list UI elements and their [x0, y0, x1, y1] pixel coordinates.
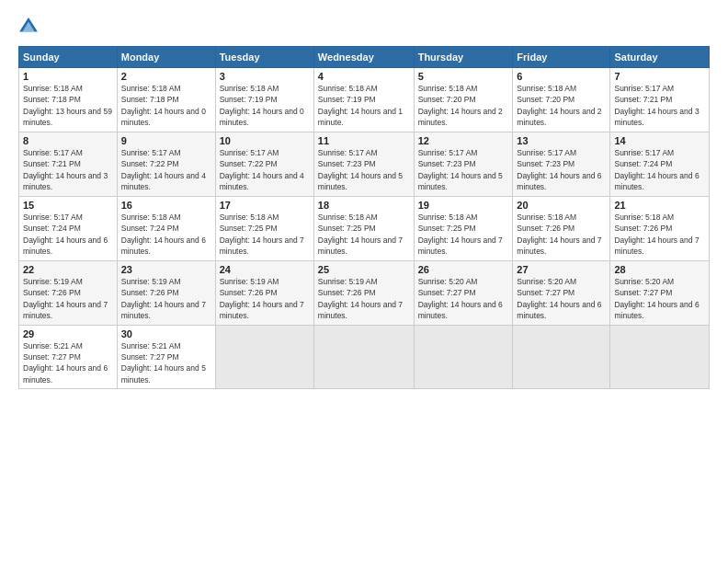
day-number: 11: [318, 135, 410, 146]
day-info: Sunrise: 5:17 AMSunset: 7:23 PMDaylight:…: [517, 148, 601, 191]
day-number: 2: [121, 71, 211, 82]
day-number: 18: [318, 200, 410, 211]
header-row: SundayMondayTuesdayWednesdayThursdayFrid…: [19, 47, 710, 68]
header-cell: Thursday: [414, 47, 513, 68]
calendar-cell: 19 Sunrise: 5:18 AMSunset: 7:25 PMDaylig…: [414, 196, 513, 260]
calendar-table: SundayMondayTuesdayWednesdayThursdayFrid…: [18, 46, 710, 389]
day-info: Sunrise: 5:17 AMSunset: 7:23 PMDaylight:…: [318, 148, 403, 191]
day-number: 25: [318, 264, 410, 275]
day-number: 16: [121, 200, 211, 211]
calendar-cell: 22 Sunrise: 5:19 AMSunset: 7:26 PMDaylig…: [19, 260, 118, 325]
day-number: 10: [220, 135, 310, 146]
day-number: 15: [23, 200, 113, 211]
day-info: Sunrise: 5:17 AMSunset: 7:21 PMDaylight:…: [614, 84, 699, 127]
day-info: Sunrise: 5:18 AMSunset: 7:25 PMDaylight:…: [418, 213, 503, 256]
calendar-cell: [215, 325, 313, 389]
page: SundayMondayTuesdayWednesdayThursdayFrid…: [0, 0, 728, 563]
calendar-cell: 9 Sunrise: 5:17 AMSunset: 7:22 PMDayligh…: [117, 132, 215, 196]
day-info: Sunrise: 5:18 AMSunset: 7:19 PMDaylight:…: [318, 84, 403, 127]
calendar-cell: 25 Sunrise: 5:19 AMSunset: 7:26 PMDaylig…: [313, 260, 414, 325]
day-number: 5: [418, 71, 509, 82]
day-number: 12: [418, 135, 509, 146]
calendar-week-row: 22 Sunrise: 5:19 AMSunset: 7:26 PMDaylig…: [19, 260, 710, 325]
day-info: Sunrise: 5:19 AMSunset: 7:26 PMDaylight:…: [220, 277, 304, 320]
day-info: Sunrise: 5:18 AMSunset: 7:26 PMDaylight:…: [517, 213, 601, 256]
day-info: Sunrise: 5:17 AMSunset: 7:24 PMDaylight:…: [614, 148, 699, 191]
day-number: 3: [220, 71, 310, 82]
header-cell: Wednesday: [313, 47, 414, 68]
calendar-cell: 2 Sunrise: 5:18 AMSunset: 7:18 PMDayligh…: [117, 68, 215, 132]
calendar-cell: 1 Sunrise: 5:18 AMSunset: 7:18 PMDayligh…: [19, 68, 118, 132]
day-number: 17: [220, 200, 310, 211]
calendar-cell: 16 Sunrise: 5:18 AMSunset: 7:24 PMDaylig…: [117, 196, 215, 260]
day-info: Sunrise: 5:18 AMSunset: 7:24 PMDaylight:…: [121, 213, 206, 256]
day-number: 28: [614, 264, 705, 275]
calendar-week-row: 29 Sunrise: 5:21 AMSunset: 7:27 PMDaylig…: [19, 325, 710, 389]
calendar-cell: 23 Sunrise: 5:19 AMSunset: 7:26 PMDaylig…: [117, 260, 215, 325]
calendar-cell: 24 Sunrise: 5:19 AMSunset: 7:26 PMDaylig…: [215, 260, 313, 325]
calendar-week-row: 15 Sunrise: 5:17 AMSunset: 7:24 PMDaylig…: [19, 196, 710, 260]
day-number: 1: [23, 71, 113, 82]
day-info: Sunrise: 5:19 AMSunset: 7:26 PMDaylight:…: [121, 277, 206, 320]
day-info: Sunrise: 5:17 AMSunset: 7:21 PMDaylight:…: [23, 148, 108, 191]
calendar-week-row: 1 Sunrise: 5:18 AMSunset: 7:18 PMDayligh…: [19, 68, 710, 132]
calendar-cell: 26 Sunrise: 5:20 AMSunset: 7:27 PMDaylig…: [414, 260, 513, 325]
calendar-cell: 3 Sunrise: 5:18 AMSunset: 7:19 PMDayligh…: [215, 68, 313, 132]
day-info: Sunrise: 5:18 AMSunset: 7:25 PMDaylight:…: [318, 213, 403, 256]
day-info: Sunrise: 5:20 AMSunset: 7:27 PMDaylight:…: [418, 277, 503, 320]
calendar-cell: 5 Sunrise: 5:18 AMSunset: 7:20 PMDayligh…: [414, 68, 513, 132]
calendar-cell: 21 Sunrise: 5:18 AMSunset: 7:26 PMDaylig…: [610, 196, 710, 260]
header-cell: Monday: [117, 47, 215, 68]
calendar-cell: 28 Sunrise: 5:20 AMSunset: 7:27 PMDaylig…: [610, 260, 710, 325]
calendar-week-row: 8 Sunrise: 5:17 AMSunset: 7:21 PMDayligh…: [19, 132, 710, 196]
logo-icon: [18, 17, 39, 37]
day-info: Sunrise: 5:18 AMSunset: 7:18 PMDaylight:…: [121, 84, 206, 127]
day-info: Sunrise: 5:18 AMSunset: 7:25 PMDaylight:…: [220, 213, 304, 256]
day-number: 20: [517, 200, 606, 211]
day-number: 8: [23, 135, 113, 146]
calendar-cell: 15 Sunrise: 5:17 AMSunset: 7:24 PMDaylig…: [19, 196, 118, 260]
day-info: Sunrise: 5:17 AMSunset: 7:22 PMDaylight:…: [220, 148, 304, 191]
calendar-cell: 30 Sunrise: 5:21 AMSunset: 7:27 PMDaylig…: [117, 325, 215, 389]
day-number: 29: [23, 328, 113, 339]
calendar-cell: 12 Sunrise: 5:17 AMSunset: 7:23 PMDaylig…: [414, 132, 513, 196]
day-number: 4: [318, 71, 410, 82]
header-cell: Sunday: [19, 47, 118, 68]
header-cell: Tuesday: [215, 47, 313, 68]
day-info: Sunrise: 5:17 AMSunset: 7:22 PMDaylight:…: [121, 148, 206, 191]
calendar-cell: 7 Sunrise: 5:17 AMSunset: 7:21 PMDayligh…: [610, 68, 710, 132]
calendar-cell: 27 Sunrise: 5:20 AMSunset: 7:27 PMDaylig…: [513, 260, 610, 325]
day-info: Sunrise: 5:18 AMSunset: 7:26 PMDaylight:…: [614, 213, 699, 256]
day-number: 9: [121, 135, 211, 146]
calendar-cell: 20 Sunrise: 5:18 AMSunset: 7:26 PMDaylig…: [513, 196, 610, 260]
calendar-cell: 8 Sunrise: 5:17 AMSunset: 7:21 PMDayligh…: [19, 132, 118, 196]
day-info: Sunrise: 5:17 AMSunset: 7:23 PMDaylight:…: [418, 148, 503, 191]
day-info: Sunrise: 5:20 AMSunset: 7:27 PMDaylight:…: [517, 277, 601, 320]
day-info: Sunrise: 5:19 AMSunset: 7:26 PMDaylight:…: [23, 277, 108, 320]
day-info: Sunrise: 5:17 AMSunset: 7:24 PMDaylight:…: [23, 213, 108, 256]
day-number: 22: [23, 264, 113, 275]
day-info: Sunrise: 5:18 AMSunset: 7:20 PMDaylight:…: [517, 84, 601, 127]
calendar-cell: 6 Sunrise: 5:18 AMSunset: 7:20 PMDayligh…: [513, 68, 610, 132]
day-number: 26: [418, 264, 509, 275]
day-info: Sunrise: 5:21 AMSunset: 7:27 PMDaylight:…: [23, 341, 108, 385]
calendar-cell: 14 Sunrise: 5:17 AMSunset: 7:24 PMDaylig…: [610, 132, 710, 196]
day-number: 7: [614, 71, 705, 82]
calendar-cell: 10 Sunrise: 5:17 AMSunset: 7:22 PMDaylig…: [215, 132, 313, 196]
calendar-cell: 4 Sunrise: 5:18 AMSunset: 7:19 PMDayligh…: [313, 68, 414, 132]
calendar-cell: [414, 325, 513, 389]
header-cell: Friday: [513, 47, 610, 68]
calendar-cell: [610, 325, 710, 389]
day-info: Sunrise: 5:20 AMSunset: 7:27 PMDaylight:…: [614, 277, 699, 320]
calendar-cell: 13 Sunrise: 5:17 AMSunset: 7:23 PMDaylig…: [513, 132, 610, 196]
calendar-cell: [513, 325, 610, 389]
logo: [18, 17, 42, 37]
calendar-cell: 29 Sunrise: 5:21 AMSunset: 7:27 PMDaylig…: [19, 325, 118, 389]
calendar-cell: [313, 325, 414, 389]
day-number: 30: [121, 328, 211, 339]
calendar-cell: 11 Sunrise: 5:17 AMSunset: 7:23 PMDaylig…: [313, 132, 414, 196]
calendar-cell: 17 Sunrise: 5:18 AMSunset: 7:25 PMDaylig…: [215, 196, 313, 260]
day-number: 24: [220, 264, 310, 275]
day-info: Sunrise: 5:18 AMSunset: 7:20 PMDaylight:…: [418, 84, 503, 127]
day-number: 6: [517, 71, 606, 82]
